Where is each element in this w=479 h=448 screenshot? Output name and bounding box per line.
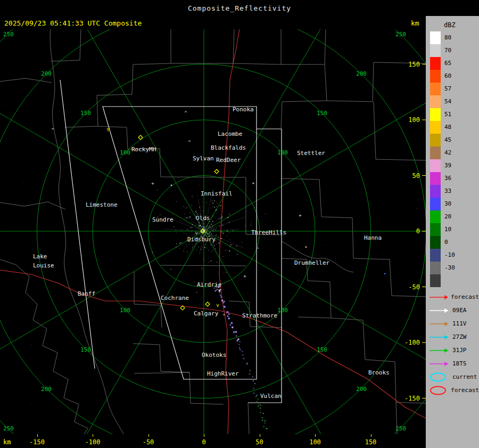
- clutter-dot: [211, 234, 212, 234]
- scale-value: 39: [444, 159, 451, 172]
- clutter-dot: [227, 230, 228, 231]
- storm-track-dot: [240, 349, 241, 350]
- clutter-dot: [214, 206, 214, 206]
- storm-track-dot: [253, 380, 254, 381]
- clutter-dot: [200, 228, 200, 229]
- clutter-dot: [254, 207, 255, 208]
- scale-value: 51: [444, 108, 451, 121]
- county-boundary-line: [298, 317, 331, 318]
- clutter-dot: [201, 223, 202, 224]
- noise-dot: [67, 136, 67, 137]
- noise-dot: [378, 57, 378, 58]
- clutter-dot: [229, 239, 230, 240]
- title-bar: Composite_Reflectivity: [0, 0, 479, 16]
- x-axis-tick: [371, 434, 371, 437]
- legend-label: 27ZW: [452, 333, 467, 340]
- storm-track-dot: [237, 338, 239, 340]
- storm-track-dot: [259, 404, 260, 405]
- noise-dot: [137, 182, 138, 183]
- clutter-dot: [193, 246, 193, 247]
- ring-distance-label: 100: [120, 307, 130, 314]
- ring-distance-label: 150: [80, 346, 91, 353]
- city-label: Lake: [33, 253, 47, 260]
- clutter-dot: [157, 190, 158, 190]
- city-label: Sylvan: [193, 155, 214, 162]
- noise-dot: [199, 181, 200, 181]
- clutter-dot: [204, 227, 204, 228]
- clutter-dot: [189, 227, 190, 228]
- noise-dot: [377, 268, 378, 268]
- clutter-dot: [212, 250, 213, 251]
- scale-value: 33: [444, 185, 451, 198]
- clutter-dot: [212, 230, 213, 231]
- clutter-dot: [183, 250, 184, 251]
- clutter-dot: [199, 233, 199, 234]
- clutter-dot: [211, 245, 211, 245]
- noise-dot: [277, 275, 277, 275]
- clutter-dot: [199, 222, 200, 223]
- clutter-dot: [191, 232, 192, 232]
- noise-dot: [280, 339, 281, 339]
- x-axis-label: 100: [309, 438, 321, 446]
- clutter-dot: [208, 262, 209, 262]
- x-axis-label: 150: [365, 438, 377, 446]
- noise-dot: [78, 248, 79, 248]
- scale-swatch: [430, 121, 441, 134]
- scale-swatch: [430, 249, 441, 262]
- noise-dot: [160, 282, 160, 283]
- scale-value: 20: [444, 210, 451, 223]
- clutter-dot: [222, 233, 224, 234]
- clutter-dot: [200, 225, 201, 226]
- clutter-dot: [226, 250, 226, 250]
- clutter-dot: [215, 248, 216, 249]
- city-label: Drumheller: [294, 259, 330, 266]
- coverage-outline: [60, 80, 282, 403]
- clutter-dot: [195, 243, 196, 244]
- clutter-dot: [222, 216, 223, 217]
- scale-value: 70: [444, 44, 451, 57]
- timestamp: 2025/09/23 05:41:33 UTC Composite: [4, 19, 142, 27]
- city-label: Innisfail: [201, 190, 233, 197]
- scale-value: 0: [444, 236, 448, 249]
- clutter-dot: [213, 216, 213, 216]
- clutter-dot: [214, 200, 214, 201]
- clutter-dot: [211, 229, 211, 229]
- x-axis: km -150-100-50050100150: [0, 434, 426, 448]
- clutter-dot: [209, 226, 209, 226]
- clutter-dot: [233, 230, 233, 231]
- radar-map[interactable]: 2502502002001501501001001001001501502002…: [0, 29, 426, 434]
- scale-value: 36: [444, 172, 451, 185]
- clutter-dot: [251, 225, 251, 225]
- city-label: HighRiver: [207, 370, 239, 377]
- legend-arrow-icon: [429, 359, 449, 369]
- noise-dot: [411, 45, 412, 45]
- clutter-dot: [197, 214, 198, 214]
- clutter-dot: [201, 229, 201, 229]
- city-label: Okotoks: [202, 352, 226, 359]
- clutter-dot: [180, 220, 180, 221]
- clutter-dot: [211, 215, 211, 215]
- legend-ellipse-icon: [429, 386, 448, 395]
- storm-track-dot: [262, 417, 263, 418]
- clutter-dot: [192, 248, 193, 248]
- storm-track-dot: [228, 317, 230, 319]
- clutter-dot: [199, 225, 200, 226]
- clutter-dot: [201, 249, 201, 249]
- storm-track-dot: [260, 408, 261, 409]
- clutter-dot: [222, 210, 222, 211]
- city-label: Louise: [33, 262, 54, 269]
- ring-distance-label: 150: [317, 110, 327, 117]
- clutter-dot: [203, 227, 203, 227]
- clutter-dot: [216, 202, 216, 202]
- color-scale: 807065605754514845423936333020100-10-30: [426, 31, 479, 287]
- legend-label: 111V: [452, 320, 467, 327]
- scale-row: 30: [426, 198, 479, 210]
- county-boundary-line: [0, 78, 52, 83]
- scale-swatch: [430, 146, 441, 159]
- clutter-dot: [217, 244, 217, 245]
- ring-distance-label: 150: [317, 346, 327, 353]
- scale-swatch: [430, 83, 441, 95]
- noise-dot: [106, 410, 107, 410]
- clutter-spoke: [204, 230, 240, 231]
- storm-track-dot: [237, 340, 238, 341]
